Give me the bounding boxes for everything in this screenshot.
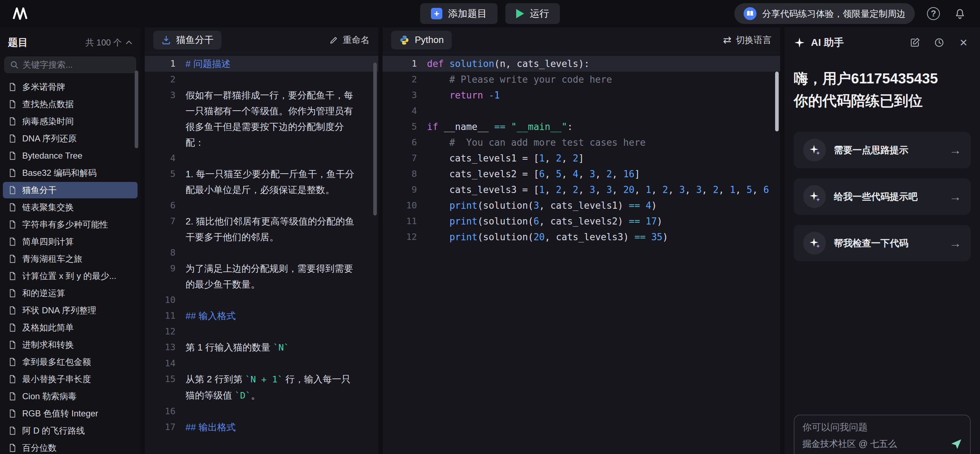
sidebar-item[interactable]: 阿 D 的飞行路线 <box>3 422 138 439</box>
sidebar-item[interactable]: 拿到最多红包金额 <box>3 354 138 370</box>
sidebar-item[interactable]: 简单四则计算 <box>3 233 138 250</box>
markdown-line[interactable]: 6 <box>145 198 378 213</box>
sidebar-item-label: 最小替换子串长度 <box>22 373 91 385</box>
markdown-line[interactable]: 15从第 2 行到第 `N + 1` 行，输入每一只猫的等级值 `D`。 <box>145 371 378 403</box>
book-icon <box>744 7 756 20</box>
suggestion-card[interactable]: 需要一点思路提示→ <box>794 132 971 168</box>
code-scrollbar-thumb[interactable] <box>775 71 779 132</box>
promo-banner[interactable]: 分享代码练习体验，领限量定制周边 <box>734 3 915 24</box>
sidebar-item[interactable]: Cion 勒索病毒 <box>3 388 138 405</box>
history-icon[interactable] <box>932 35 946 50</box>
sidebar-item[interactable]: 环状 DNA 序列整理 <box>3 302 138 319</box>
language-chip[interactable]: Python <box>391 31 452 49</box>
problem-editor-body[interactable]: 1# 问题描述23假如有一群猫排成一行，要分配鱼干，每一只猫都有一个等级值。你作… <box>145 53 378 435</box>
line-number: 1 <box>145 56 175 71</box>
close-icon[interactable]: ✕ <box>956 35 971 50</box>
suggestion-card[interactable]: 帮我检查一下代码→ <box>794 225 971 261</box>
sidebar-scrollbar-thumb[interactable] <box>135 71 138 148</box>
new-chat-icon[interactable] <box>908 35 922 50</box>
line-number: 9 <box>383 182 417 198</box>
search-input[interactable] <box>22 60 134 70</box>
markdown-line[interactable]: 17## 输出格式 <box>145 419 378 435</box>
sidebar-item[interactable]: 进制求和转换 <box>3 337 138 353</box>
code-line[interactable]: 8 cats_levels2 = [6, 5, 4, 3, 2, 16] <box>383 166 780 182</box>
code-line[interactable]: 5if __name__ == "__main__": <box>383 119 780 135</box>
markdown-line[interactable]: 8 <box>145 245 378 261</box>
problem-scrollbar-thumb[interactable] <box>373 63 377 216</box>
switch-language-button[interactable]: ⇄ 切换语言 <box>723 34 772 46</box>
sidebar-item[interactable]: 最小替换子串长度 <box>3 371 138 387</box>
sidebar-item-label: DNA 序列还原 <box>22 133 76 144</box>
sidebar-item[interactable]: 字符串有多少种可能性 <box>3 216 138 233</box>
rename-button[interactable]: 重命名 <box>329 34 370 46</box>
problem-title-chip[interactable]: 猫鱼分干 <box>153 31 221 49</box>
ai-input-box[interactable]: 掘金技术社区 @ 七五么 <box>794 414 971 454</box>
markdown-line[interactable]: 51. 每一只猫至少要分配一斤鱼干，鱼干分配最小单位是斤，必须保证是整数。 <box>145 166 378 198</box>
markdown-line[interactable]: 11## 输入格式 <box>145 308 378 324</box>
add-problem-button[interactable]: + 添加题目 <box>420 3 498 24</box>
markdown-line[interactable]: 4 <box>145 150 378 166</box>
sidebar-item[interactable]: 百分位数 <box>3 440 138 454</box>
line-number: 7 <box>383 150 417 166</box>
line-number: 2 <box>145 71 175 87</box>
card-sparkle-icon <box>803 232 826 255</box>
sidebar-item[interactable]: 计算位置 x 到 y 的最少... <box>3 268 138 284</box>
code-line-content: # You can add more test cases here <box>427 135 646 150</box>
ai-question-input[interactable] <box>802 422 962 433</box>
code-line-content: def solution(n, cats_levels): <box>427 56 590 71</box>
code-line[interactable]: 1def solution(n, cats_levels): <box>383 56 780 71</box>
sidebar-item[interactable]: Bytedance Tree <box>3 148 138 164</box>
code-line[interactable]: 10 print(solution(3, cats_levels1) == 4) <box>383 198 780 213</box>
markdown-line[interactable]: 12 <box>145 324 378 340</box>
code-line[interactable]: 9 cats_levels3 = [1, 2, 2, 3, 3, 20, 1, … <box>383 182 780 198</box>
code-line[interactable]: 4 <box>383 103 780 119</box>
document-icon <box>8 168 17 178</box>
sidebar-item[interactable]: 病毒感染时间 <box>3 113 138 130</box>
code-line[interactable]: 2 # Please write your code here <box>383 71 780 87</box>
document-icon <box>8 83 17 92</box>
line-number: 8 <box>145 245 175 261</box>
run-button[interactable]: 运行 <box>505 3 560 24</box>
markdown-line[interactable]: 3假如有一群猫排成一行，要分配鱼干，每一只猫都有一个等级值。你作为管理员有很多鱼… <box>145 87 378 150</box>
main-content: 题目 共 100 个 多米诺骨牌查找热点数据病毒感染时间DNA 序列还原Byte… <box>0 27 980 454</box>
sidebar-item[interactable]: 查找热点数据 <box>3 96 138 113</box>
sidebar-item[interactable]: Base32 编码和解码 <box>3 165 138 181</box>
code-line[interactable]: 7 cats_levels1 = [1, 2, 2] <box>383 150 780 166</box>
code-line[interactable]: 11 print(solution(6, cats_levels2) == 17… <box>383 213 780 229</box>
line-number: 15 <box>145 371 175 387</box>
markdown-line-content: # 问题描述 <box>186 56 359 71</box>
sidebar-item[interactable]: DNA 序列还原 <box>3 130 138 147</box>
markdown-line[interactable]: 10 <box>145 292 378 308</box>
collapse-icon[interactable] <box>126 40 132 45</box>
sidebar-item[interactable]: RGB 色值转 Integer <box>3 405 138 422</box>
markdown-line[interactable]: 14 <box>145 356 378 371</box>
code-line[interactable]: 12 print(solution(20, cats_levels3) == 3… <box>383 229 780 245</box>
document-icon <box>8 220 17 229</box>
markdown-line[interactable]: 2 <box>145 71 378 87</box>
help-button[interactable]: ? <box>926 6 941 21</box>
code-line[interactable]: 6 # You can add more test cases here <box>383 135 780 150</box>
code-line[interactable]: 3 return -1 <box>383 87 780 103</box>
markdown-line[interactable]: 1# 问题描述 <box>145 56 378 71</box>
markdown-line[interactable]: 16 <box>145 403 378 419</box>
search-box[interactable] <box>4 57 136 73</box>
sidebar-item[interactable]: 及格如此简单 <box>3 319 138 336</box>
markdown-line[interactable]: 13第 1 行输入猫的数量 `N` <box>145 340 378 356</box>
document-icon <box>8 100 17 109</box>
sidebar-item[interactable]: 链表聚集交换 <box>3 199 138 216</box>
markdown-line[interactable]: 9为了满足上边的分配规则，需要得到需要的最少鱼干数量。 <box>145 261 378 292</box>
sidebar-item[interactable]: 青海湖租车之旅 <box>3 251 138 267</box>
markdown-line[interactable]: 72. 猫比他们邻居有更高等级值的分配的鱼干要多于他们的邻居。 <box>145 213 378 245</box>
sidebar-item[interactable]: 猫鱼分干 <box>3 182 138 198</box>
code-editor-body[interactable]: 1def solution(n, cats_levels):2 # Please… <box>383 53 780 245</box>
sidebar-item[interactable]: 多米诺骨牌 <box>3 79 138 95</box>
document-icon <box>8 186 17 195</box>
rename-label: 重命名 <box>343 34 370 46</box>
suggestion-card[interactable]: 给我一些代码提示吧→ <box>794 178 971 215</box>
markdown-line-content: 1. 每一只猫至少要分配一斤鱼干，鱼干分配最小单位是斤，必须保证是整数。 <box>186 166 359 198</box>
line-number: 7 <box>145 213 175 229</box>
sidebar-item[interactable]: 和的逆运算 <box>3 285 138 302</box>
marscode-logo-icon[interactable] <box>12 7 29 20</box>
code-line-content: return -1 <box>427 87 500 103</box>
notification-button[interactable] <box>952 6 968 21</box>
